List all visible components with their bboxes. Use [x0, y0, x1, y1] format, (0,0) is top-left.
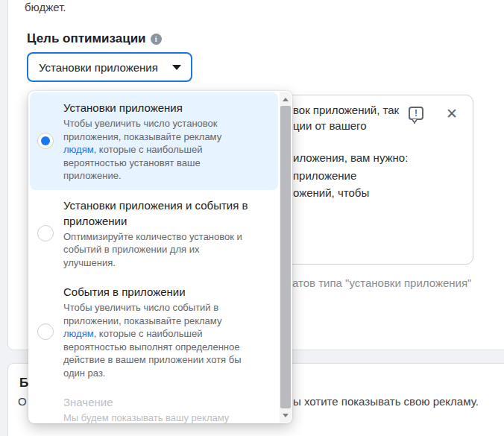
option-description: Чтобы увеличить число событий в приложен…: [63, 301, 251, 379]
panel-text-fragment: вок приложений, так: [293, 104, 399, 116]
panel-text-fragment: иложения, вам нужно:: [293, 151, 408, 164]
desc-text: Чтобы увеличить число установок приложен…: [63, 118, 221, 142]
radio-unselected[interactable]: [37, 323, 54, 340]
results-type-text-fragment: атов типа "установки приложения": [292, 277, 471, 289]
optimization-goal-header: Цель оптимизации i: [27, 31, 162, 46]
desc-text: Мы будем показывать вашу рекламу: [63, 412, 229, 423]
triangle-up-icon: [283, 98, 289, 101]
radio-selected[interactable]: [37, 133, 54, 149]
radio-dot: [41, 136, 50, 145]
budget-sentence-fragment: бюджет.: [25, 1, 66, 13]
option-app-installs-and-events[interactable]: Установки приложения и события в приложе…: [30, 190, 278, 277]
budget-section-desc-fragment: О: [18, 395, 27, 408]
optimization-goal-label: Цель оптимизации: [27, 31, 146, 46]
triangle-down-icon: [283, 414, 289, 417]
option-title: Значение: [63, 394, 274, 410]
close-icon[interactable]: ✕: [443, 104, 461, 122]
info-icon[interactable]: i: [151, 34, 162, 45]
panel-text-fragment: ции от вашего: [293, 119, 367, 132]
panel-text-fragment: приложение: [293, 169, 356, 182]
feedback-exclamation-icon[interactable]: !: [409, 107, 423, 120]
scrollbar-thumb[interactable]: [280, 106, 291, 408]
panel-text-fragment: ожений, чтобы: [293, 186, 369, 199]
scroll-up-arrow-icon[interactable]: [280, 93, 292, 105]
desc-text: Чтобы увеличить число событий в приложен…: [63, 302, 221, 326]
people-link[interactable]: людям: [63, 328, 94, 339]
desc-text: Оптимизируйте количество установок и соб…: [63, 231, 242, 268]
optimization-goal-dropdown-menu: Установки приложения Чтобы увеличить чис…: [28, 91, 292, 423]
option-app-events[interactable]: События в приложении Чтобы увеличить чис…: [30, 277, 278, 387]
people-link[interactable]: людям: [63, 144, 94, 155]
option-title: Установки приложения и события в приложе…: [63, 198, 274, 229]
option-title: Установки приложения: [63, 100, 274, 116]
option-description: Чтобы увеличить число установок приложен…: [63, 117, 251, 183]
chevron-down-icon: [172, 65, 181, 70]
budget-section-desc-fragment: ы хотите показывать свою рекламу.: [293, 395, 479, 408]
option-description: Мы будем показывать вашу рекламу людям, …: [63, 411, 251, 423]
dropdown-scrollbar[interactable]: [280, 92, 292, 423]
optimization-goal-dropdown-trigger[interactable]: Установки приложения: [27, 52, 192, 82]
option-title: События в приложении: [63, 284, 274, 300]
radio-unselected[interactable]: [37, 225, 54, 241]
option-description: Оптимизируйте количество установок и соб…: [63, 230, 251, 270]
page: бюджет. Цель оптимизации i Установки при…: [0, 0, 504, 436]
scroll-down-arrow-icon[interactable]: [280, 409, 292, 421]
option-value[interactable]: Значение Мы будем показывать вашу реклам…: [30, 387, 278, 423]
dropdown-selected-value: Установки приложения: [39, 61, 158, 74]
option-app-installs[interactable]: Установки приложения Чтобы увеличить чис…: [30, 92, 278, 190]
budget-section-heading-fragment: Б: [19, 376, 28, 391]
